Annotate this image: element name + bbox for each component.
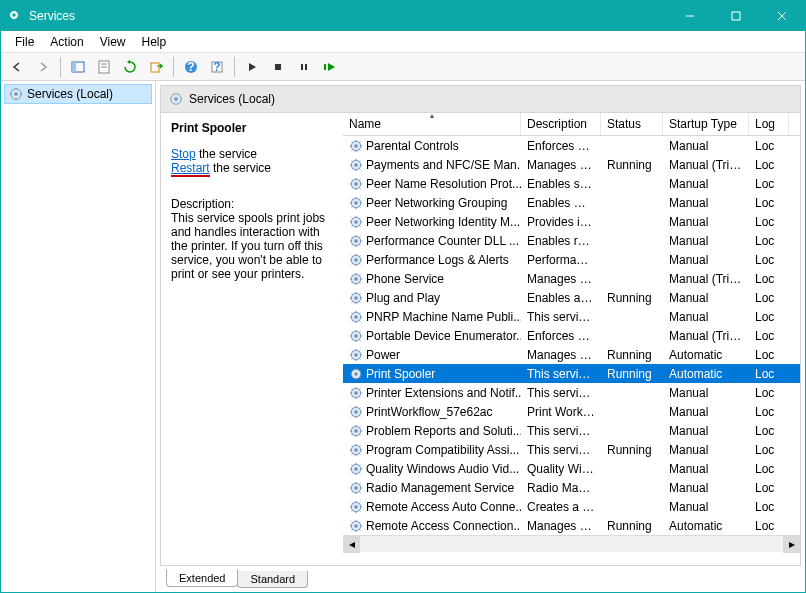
- description-label: Description:: [171, 197, 333, 211]
- restart-link[interactable]: Restart: [171, 161, 210, 175]
- svg-point-59: [354, 201, 358, 205]
- svg-line-64: [352, 198, 353, 199]
- svg-point-169: [354, 410, 358, 414]
- service-row[interactable]: Peer Networking GroupingEnables mul...Ma…: [343, 193, 800, 212]
- service-row[interactable]: PowerManages p...RunningAutomaticLoc: [343, 345, 800, 364]
- svg-line-144: [352, 350, 353, 351]
- menu-help[interactable]: Help: [134, 33, 175, 51]
- maximize-button[interactable]: [713, 1, 759, 31]
- titlebar[interactable]: Services: [1, 1, 805, 31]
- service-status: [601, 430, 663, 432]
- svg-point-159: [354, 391, 358, 395]
- service-row[interactable]: Parental ControlsEnforces pa...ManualLoc: [343, 136, 800, 155]
- pause-service-button[interactable]: [292, 55, 316, 79]
- close-button[interactable]: [759, 1, 805, 31]
- forward-button[interactable]: [31, 55, 55, 79]
- start-service-button[interactable]: [240, 55, 264, 79]
- service-description: Radio Mana...: [521, 480, 601, 496]
- svg-line-216: [352, 491, 353, 492]
- gear-icon: [349, 158, 363, 172]
- refresh-button[interactable]: [118, 55, 142, 79]
- svg-line-35: [359, 149, 360, 150]
- minimize-button[interactable]: [667, 1, 713, 31]
- service-row[interactable]: Plug and PlayEnables a c...RunningManual…: [343, 288, 800, 307]
- service-row[interactable]: Remote Access Connection...Manages di...…: [343, 516, 800, 535]
- svg-point-49: [354, 182, 358, 186]
- tree-item-services-local[interactable]: Services (Local): [4, 84, 152, 104]
- service-row[interactable]: PNRP Machine Name Publi...This service .…: [343, 307, 800, 326]
- tab-extended[interactable]: Extended: [166, 569, 238, 587]
- horizontal-scrollbar[interactable]: ◂ ▸: [343, 535, 800, 552]
- column-logon[interactable]: Log: [749, 113, 789, 135]
- service-row[interactable]: Print SpoolerThis service ...RunningAuto…: [343, 364, 800, 383]
- show-hide-tree-button[interactable]: [66, 55, 90, 79]
- service-row[interactable]: Portable Device Enumerator...Enforces gr…: [343, 326, 800, 345]
- service-row[interactable]: Problem Reports and Soluti...This servic…: [343, 421, 800, 440]
- service-status: Running: [601, 518, 663, 534]
- svg-rect-3: [732, 12, 740, 20]
- service-logon: Loc: [749, 423, 789, 439]
- menu-action[interactable]: Action: [42, 33, 91, 51]
- service-name: Peer Networking Identity M...: [366, 215, 520, 229]
- service-row[interactable]: Quality Windows Audio Vid...Quality Win.…: [343, 459, 800, 478]
- properties-button[interactable]: [92, 55, 116, 79]
- service-description: Creates a co...: [521, 499, 601, 515]
- gear-icon: [349, 196, 363, 210]
- svg-line-85: [359, 244, 360, 245]
- service-logon: Loc: [749, 252, 789, 268]
- column-startup-type[interactable]: Startup Type: [663, 113, 749, 135]
- service-row[interactable]: Peer Networking Identity M...Provides id…: [343, 212, 800, 231]
- service-description: This service ...: [521, 423, 601, 439]
- service-status: [601, 487, 663, 489]
- svg-line-176: [352, 415, 353, 416]
- list-header: Name▴ Description Status Startup Type Lo…: [343, 113, 800, 136]
- sort-indicator-icon: ▴: [430, 113, 434, 120]
- service-logon: Loc: [749, 176, 789, 192]
- column-status[interactable]: Status: [601, 113, 663, 135]
- service-description: Quality Win...: [521, 461, 601, 477]
- service-logon: Loc: [749, 138, 789, 154]
- stop-link[interactable]: Stop: [171, 147, 196, 161]
- service-logon: Loc: [749, 195, 789, 211]
- service-row[interactable]: Program Compatibility Assi...This servic…: [343, 440, 800, 459]
- svg-line-194: [352, 445, 353, 446]
- export-button[interactable]: [144, 55, 168, 79]
- svg-point-219: [354, 505, 358, 509]
- svg-line-164: [352, 388, 353, 389]
- restart-service-button[interactable]: [318, 55, 342, 79]
- svg-line-125: [359, 320, 360, 321]
- services-list[interactable]: Name▴ Description Status Startup Type Lo…: [343, 113, 800, 565]
- svg-line-135: [359, 339, 360, 340]
- scroll-left-icon[interactable]: ◂: [343, 536, 360, 553]
- service-description: Enables a c...: [521, 290, 601, 306]
- service-row[interactable]: Printer Extensions and Notif...This serv…: [343, 383, 800, 402]
- service-row[interactable]: Performance Counter DLL ...Enables rem..…: [343, 231, 800, 250]
- service-startup: Manual: [663, 461, 749, 477]
- help-button[interactable]: ?: [179, 55, 203, 79]
- service-row[interactable]: Phone ServiceManages th...Manual (Trig..…: [343, 269, 800, 288]
- stop-service-button[interactable]: [266, 55, 290, 79]
- service-row[interactable]: Remote Access Auto Conne...Creates a co.…: [343, 497, 800, 516]
- service-logon: Loc: [749, 290, 789, 306]
- service-row[interactable]: Radio Management ServiceRadio Mana...Man…: [343, 478, 800, 497]
- svg-line-217: [359, 483, 360, 484]
- tab-standard[interactable]: Standard: [237, 571, 308, 588]
- column-name[interactable]: Name▴: [343, 113, 521, 135]
- service-status: [601, 202, 663, 204]
- help-topics-button[interactable]: ?: [205, 55, 229, 79]
- menu-view[interactable]: View: [92, 33, 134, 51]
- svg-line-145: [359, 358, 360, 359]
- column-description[interactable]: Description: [521, 113, 601, 135]
- service-row[interactable]: Peer Name Resolution Prot...Enables serv…: [343, 174, 800, 193]
- service-description: Performanc...: [521, 252, 601, 268]
- gear-icon: [349, 139, 363, 153]
- service-row[interactable]: Payments and NFC/SE Man...Manages pa...R…: [343, 155, 800, 174]
- service-description: This service ...: [521, 385, 601, 401]
- scroll-right-icon[interactable]: ▸: [783, 536, 800, 553]
- service-startup: Automatic: [663, 366, 749, 382]
- menu-file[interactable]: File: [7, 33, 42, 51]
- service-row[interactable]: PrintWorkflow_57e62acPrint Workfl...Manu…: [343, 402, 800, 421]
- gear-icon: [349, 405, 363, 419]
- back-button[interactable]: [5, 55, 29, 79]
- service-row[interactable]: Performance Logs & AlertsPerformanc...Ma…: [343, 250, 800, 269]
